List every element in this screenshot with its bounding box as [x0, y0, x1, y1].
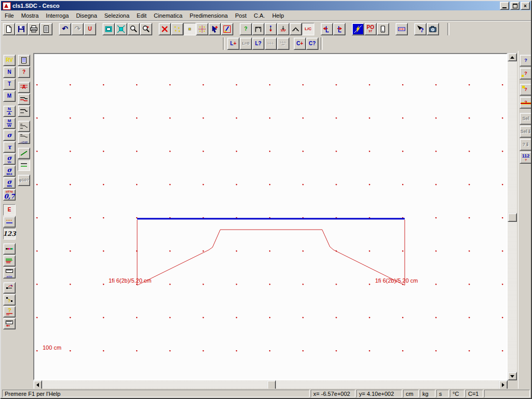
- line-levels-button[interactable]: [3, 216, 16, 228]
- color-scale-button[interactable]: [3, 243, 16, 255]
- result-tau-button[interactable]: τ: [3, 141, 16, 153]
- combination-add-button[interactable]: C+: [294, 37, 306, 50]
- numbering-bar-button[interactable]: [395, 23, 408, 35]
- run-analysis-button[interactable]: [352, 23, 364, 35]
- truss-button[interactable]: [289, 23, 302, 35]
- diagram-thin-button[interactable]: [18, 121, 30, 132]
- print-button[interactable]: [28, 23, 40, 35]
- load-list-all-sub-label: •••: [282, 44, 284, 46]
- restore-button[interactable]: [510, 2, 520, 10]
- print-preview-button[interactable]: [40, 23, 52, 35]
- help-blue-button[interactable]: ?: [520, 55, 532, 66]
- diagram-step-button[interactable]: [18, 105, 30, 117]
- add-node-button[interactable]: [208, 23, 221, 35]
- help-node-button[interactable]: ?: [520, 84, 532, 96]
- scroll-up-button[interactable]: [508, 53, 517, 61]
- diagram-red-black-button[interactable]: [18, 94, 30, 105]
- help-point-button[interactable]: ?: [520, 68, 532, 79]
- dimension-tool-button[interactable]: [3, 318, 16, 329]
- green-diagonal-button[interactable]: [18, 148, 30, 159]
- snapshot-button[interactable]: [427, 23, 439, 35]
- result-m-button[interactable]: M: [3, 90, 16, 102]
- zoom-in-button[interactable]: [127, 23, 140, 35]
- export-dxf-button[interactable]: ->DXF: [18, 132, 30, 144]
- ruler-hth-button[interactable]: HTH: [3, 267, 16, 278]
- load-query-button[interactable]: L?: [252, 37, 264, 50]
- vertical-scrollbar[interactable]: [508, 53, 517, 380]
- menu-help[interactable]: Help: [269, 11, 288, 20]
- green-horizontal-button[interactable]: [18, 159, 30, 171]
- result-m-over-w-button[interactable]: MW: [3, 117, 16, 129]
- context-help-button[interactable]: ?: [414, 23, 427, 35]
- close-button[interactable]: ×: [521, 2, 530, 10]
- moment-release-button[interactable]: [3, 282, 16, 294]
- draw-frame-button[interactable]: [252, 23, 264, 35]
- area-lines-button[interactable]: A: [18, 82, 30, 93]
- save-file-button[interactable]: [15, 23, 28, 35]
- result-n-over-a-button[interactable]: NA: [3, 105, 16, 117]
- help-red-button[interactable]: ?: [18, 66, 30, 78]
- result-sigma-vh-button[interactable]: σVH: [3, 153, 16, 165]
- results-toolbar: RVNTMNAMWστσVHσMAXσMINHT?H0,7E123HTH??: [3, 55, 16, 330]
- menu-disegna[interactable]: Disegna: [72, 11, 100, 20]
- scroll-down-button[interactable]: [508, 372, 517, 380]
- node-support-button[interactable]: [264, 23, 277, 35]
- menu-edit[interactable]: Edit: [133, 11, 150, 20]
- result-sigma-min-sub-label: MIN: [7, 185, 11, 188]
- result-sigma-min-label: σ: [7, 179, 12, 185]
- display-options-button[interactable]: [377, 23, 389, 35]
- load-case-button[interactable]: L/C: [302, 23, 314, 35]
- node-display-button[interactable]: [183, 23, 196, 35]
- vertical-scroll-thumb[interactable]: [508, 213, 517, 222]
- menu-predimensiona[interactable]: Predimensiona: [186, 11, 231, 20]
- help-point-label: ?: [520, 68, 531, 79]
- edit-frame-icon: [223, 25, 231, 33]
- menu-seleziona[interactable]: Seleziona: [101, 11, 133, 20]
- zoom-extents-button[interactable]: [115, 23, 127, 35]
- undo-button[interactable]: ↶: [59, 23, 71, 35]
- load-add-button[interactable]: L+: [227, 37, 240, 50]
- combination-query-button[interactable]: C?: [306, 37, 318, 50]
- menu-ca[interactable]: C.A.: [250, 11, 268, 20]
- query-line-button[interactable]: ?: [3, 306, 16, 317]
- help-element-label: ?: [244, 26, 247, 32]
- menu-cinematica[interactable]: Cinematica: [150, 11, 186, 20]
- undo-all-button[interactable]: U: [84, 23, 96, 35]
- ground-support-button[interactable]: [277, 23, 289, 35]
- load-previous-button[interactable]: [321, 23, 333, 35]
- numbering-123-button[interactable]: 123: [3, 228, 16, 240]
- result-n-button[interactable]: N: [3, 66, 16, 78]
- result-sigma-button[interactable]: σ: [3, 129, 16, 141]
- status-x: x= -6.57e+002: [311, 390, 355, 397]
- post-processor-button[interactable]: POST: [364, 23, 377, 35]
- drawing-canvas[interactable]: 1fi 6(2b)/5.20 cm1fi 6(2b)/5.20 cm100 cm: [33, 53, 508, 380]
- title-bar[interactable]: cls1.SDC - Cesco ×: [1, 1, 531, 10]
- menu-interroga[interactable]: Interroga: [42, 11, 72, 20]
- result-sigma-max-button[interactable]: σMAX: [3, 165, 16, 177]
- hatch-diagram-button[interactable]: [3, 255, 16, 267]
- new-document-button[interactable]: [3, 23, 15, 35]
- menu-post[interactable]: Post: [231, 11, 250, 20]
- load-zero-button: L=0: [240, 37, 252, 50]
- renumber-button[interactable]: 112?: [520, 152, 532, 164]
- result-rv-button[interactable]: RV: [3, 55, 16, 66]
- result-t-button[interactable]: T: [3, 78, 16, 90]
- edit-node-button[interactable]: [221, 23, 233, 35]
- elastic-modulus-button[interactable]: E: [3, 204, 16, 216]
- menu-mostra[interactable]: Mostra: [18, 11, 43, 20]
- minimize-button[interactable]: [500, 2, 509, 10]
- zoom-window-button[interactable]: [102, 23, 115, 35]
- result-sigma-min-button[interactable]: σMIN: [3, 177, 16, 189]
- node-crosshair-button[interactable]: [196, 23, 208, 35]
- load-next-button[interactable]: [333, 23, 345, 35]
- delete-button[interactable]: [158, 23, 171, 35]
- node-query-button[interactable]: ?: [3, 294, 16, 305]
- help-element-button[interactable]: ?: [240, 23, 252, 35]
- show-nodes-button[interactable]: [171, 23, 183, 35]
- menu-file[interactable]: File: [1, 11, 18, 20]
- result-sigma-ratio-button[interactable]: HT?H0,7: [3, 189, 16, 201]
- grid-table-button[interactable]: [18, 55, 30, 66]
- redo-button: ↷: [71, 23, 84, 35]
- help-strike-button[interactable]: ?: [520, 97, 532, 109]
- zoom-previous-button[interactable]: [140, 23, 152, 35]
